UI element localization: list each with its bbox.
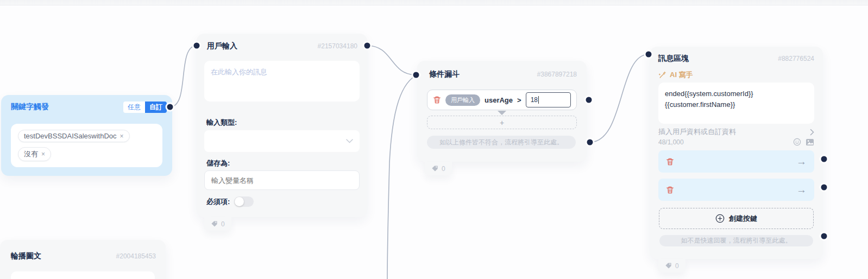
toggle-knob (235, 197, 244, 206)
insert-data-label: 插入用戶資料或自訂資料 (658, 127, 736, 137)
chevron-right-icon (810, 129, 814, 136)
carousel-title: 輪播圖文 (11, 251, 41, 261)
create-button-label: 創建按鍵 (729, 214, 757, 224)
user-input-id: #2157034180 (318, 42, 357, 50)
keyword-mode-segmented: 任意 自訂 (123, 102, 167, 113)
keyword-mode-any-button[interactable]: 任意 (123, 102, 145, 113)
tag-icon (211, 220, 218, 227)
keyword-trigger-title: 關鍵字觸發 (11, 102, 49, 112)
delete-reply-trash-icon[interactable] (666, 157, 674, 166)
variable-name-input[interactable] (204, 170, 360, 190)
flow-canvas[interactable]: 關鍵字觸發 任意 自訂 testDevBSSDAISaleswithDoc × … (0, 0, 868, 279)
port-message-fallback-out[interactable] (821, 233, 827, 239)
add-condition-plus: + (500, 118, 504, 127)
port-message-in[interactable] (646, 52, 652, 58)
edge-condition-fallback-to-message (590, 54, 649, 142)
keyword-tag[interactable]: testDevBSSDAISaleswithDoc × (18, 130, 130, 142)
edge-userinput-to-condition (367, 46, 416, 75)
user-input-title: 用戶輸入 (207, 41, 237, 51)
port-userinput-in[interactable] (194, 43, 200, 49)
condition-operator[interactable]: > (517, 96, 521, 104)
quick-reply-row[interactable]: → (658, 150, 814, 173)
message-block-title: 訊息區塊 (658, 54, 689, 64)
keyword-tag[interactable]: 沒有 × (18, 147, 51, 161)
message-fallback-text: 如不是快速回覆，流程將引導至此處。 (681, 236, 792, 245)
carousel-content-container[interactable] (11, 271, 155, 279)
condition-row[interactable]: 用戶輸入 userAge > 18 (427, 90, 577, 110)
ai-writer-button[interactable]: AI 寫手 (658, 70, 693, 80)
port-message-row1-out[interactable] (821, 156, 827, 162)
message-text-line: {{customer.firstName}} (665, 99, 808, 110)
emoji-icon[interactable] (793, 138, 801, 146)
condition-caret-marker (498, 111, 506, 115)
message-tag-badge[interactable]: 0 (658, 259, 685, 272)
port-userinput-out[interactable] (364, 43, 370, 49)
condition-value-input[interactable]: 18 (526, 92, 571, 107)
image-icon[interactable] (806, 138, 814, 146)
node-condition-funnel[interactable]: 條件漏斗 #3867897218 用戶輸入 userAge > 18 + 如以上… (417, 61, 587, 162)
circle-plus-icon (715, 214, 725, 223)
create-button[interactable]: 創建按鍵 (659, 208, 814, 229)
node-carousel[interactable]: 輪播圖文 #2004185453 (0, 240, 166, 279)
keyword-tag-label: 沒有 (24, 149, 38, 159)
input-type-select[interactable] (204, 130, 360, 152)
input-type-label: 輸入類型: (206, 118, 237, 128)
user-input-tag-badge[interactable]: 0 (204, 217, 231, 231)
message-fallback-pill[interactable]: 如不是快速回覆，流程將引導至此處。 (659, 235, 813, 246)
edge-keyword-to-userinput (170, 46, 197, 107)
condition-funnel-id: #3867897218 (537, 71, 577, 78)
tag-count: 0 (221, 220, 225, 228)
edge-condition-to-offscreen (387, 75, 416, 279)
message-text-line: ended{{system.customerId}} (665, 88, 808, 99)
port-keyword-out[interactable] (167, 104, 173, 110)
node-keyword-trigger[interactable]: 關鍵字觸發 任意 自訂 testDevBSSDAISaleswithDoc × … (1, 95, 172, 176)
condition-variable[interactable]: userAge (485, 96, 513, 104)
ai-wand-icon (658, 71, 666, 79)
node-user-input[interactable]: 用戶輸入 #2157034180 在此輸入你的訊息 輸入類型: 儲存為: 必須項… (197, 34, 367, 217)
port-condition-row-out[interactable] (586, 97, 592, 103)
tag-count: 0 (442, 165, 445, 173)
message-block-id: #882776524 (778, 55, 814, 62)
condition-value-text: 18 (531, 96, 538, 104)
quick-reply-row[interactable]: → (658, 179, 814, 201)
add-condition-button[interactable]: + (427, 116, 577, 129)
variable-name-field-wrap (204, 170, 360, 190)
message-textarea[interactable]: ended{{system.customerId}} {{customer.fi… (658, 83, 814, 124)
condition-funnel-title: 條件漏斗 (429, 69, 460, 79)
port-condition-in[interactable] (413, 72, 419, 78)
delete-reply-trash-icon[interactable] (666, 186, 674, 194)
port-condition-fallback-out[interactable] (587, 140, 593, 145)
condition-source-pill[interactable]: 用戶輸入 (445, 94, 480, 106)
char-count: 48/1,000 (658, 138, 684, 146)
node-message-block[interactable]: 訊息區塊 #882776524 AI 寫手 ended{{system.cust… (650, 47, 823, 259)
insert-data-row[interactable]: 插入用戶資料或自訂資料 (658, 127, 814, 137)
ai-writer-label: AI 寫手 (670, 70, 693, 80)
tag-icon (431, 165, 438, 172)
required-label: 必須項: (206, 197, 230, 207)
char-count-row: 48/1,000 (658, 138, 814, 146)
text-cursor (538, 96, 539, 104)
goto-arrow-icon[interactable]: → (796, 156, 807, 167)
required-row: 必須項: (206, 196, 254, 207)
keyword-tag-label: testDevBSSDAISaleswithDoc (24, 132, 117, 140)
chevron-down-icon (346, 139, 353, 143)
keyword-tag-remove-icon[interactable]: × (41, 150, 45, 158)
condition-fallback-pill[interactable]: 如以上條件皆不符合，流程將引導至此處。 (427, 136, 576, 149)
user-input-message-textarea[interactable]: 在此輸入你的訊息 (204, 61, 360, 102)
tag-count: 0 (675, 262, 679, 270)
condition-tag-badge[interactable]: 0 (425, 162, 452, 175)
required-toggle[interactable] (234, 196, 254, 207)
goto-arrow-icon[interactable]: → (796, 185, 807, 195)
message-placeholder: 在此輸入你的訊息 (211, 68, 267, 76)
keyword-tag-remove-icon[interactable]: × (120, 132, 124, 140)
save-as-label: 儲存為: (206, 158, 230, 168)
tag-icon (665, 262, 672, 269)
keyword-mode-custom-button[interactable]: 自訂 (145, 102, 167, 113)
delete-condition-trash-icon[interactable] (433, 96, 441, 104)
carousel-id: #2004185453 (116, 252, 156, 260)
condition-fallback-text: 如以上條件皆不符合，流程將引導至此處。 (439, 138, 563, 147)
port-message-row2-out[interactable] (821, 185, 827, 191)
keyword-list-container[interactable]: testDevBSSDAISaleswithDoc × 沒有 × (11, 124, 162, 167)
